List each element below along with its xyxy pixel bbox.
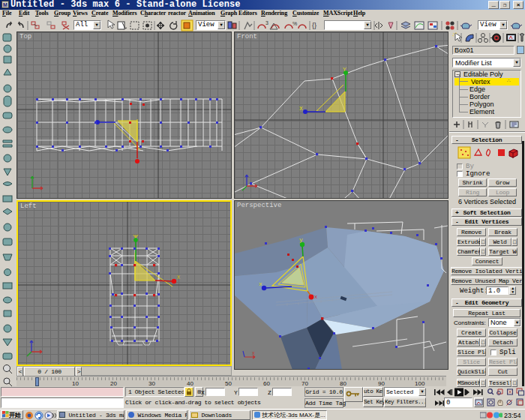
- svg-text:{}: {}: [312, 22, 316, 29]
- svg-text:3: 3: [266, 20, 268, 26]
- svg-text:%: %: [292, 21, 297, 26]
- svg-text:Y: Y: [343, 66, 346, 73]
- svg-text:x: x: [259, 280, 262, 287]
- svg-text:X: X: [299, 105, 303, 112]
- svg-text:X: X: [177, 274, 181, 280]
- svg-text:X: X: [252, 351, 255, 356]
- svg-text:y: y: [299, 236, 303, 243]
- svg-text:x: x: [314, 294, 317, 300]
